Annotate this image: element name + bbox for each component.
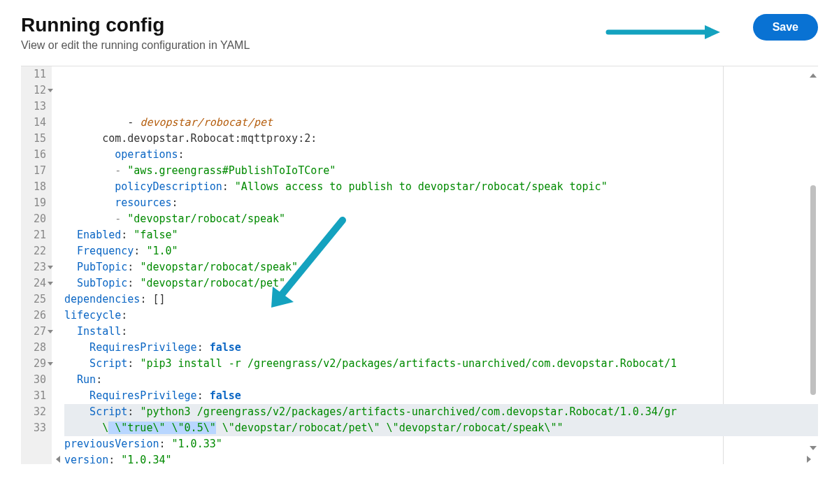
scroll-thumb-vertical[interactable]: [810, 185, 816, 395]
line-number[interactable]: 13: [28, 99, 46, 115]
code-line[interactable]: dependencies: []: [64, 291, 818, 308]
line-number[interactable]: 24: [28, 275, 46, 291]
line-number[interactable]: 21: [28, 227, 46, 243]
code-line[interactable]: operations:: [64, 147, 818, 163]
horizontal-scrollbar[interactable]: [63, 456, 804, 463]
line-number[interactable]: 30: [28, 372, 46, 388]
code-line[interactable]: lifecycle:: [64, 308, 818, 324]
code-line[interactable]: - devopstar/robocat/pet: [64, 115, 818, 131]
line-number[interactable]: 33: [28, 420, 46, 436]
vertical-scrollbar[interactable]: [810, 80, 817, 443]
line-number[interactable]: 29: [28, 356, 46, 372]
code-line[interactable]: policyDescription: "Allows access to pub…: [64, 179, 818, 195]
line-number[interactable]: 31: [28, 388, 46, 404]
code-line[interactable]: PubTopic: "devopstar/robocat/speak": [64, 259, 818, 275]
code-line[interactable]: RequiresPrivilege: false: [64, 340, 818, 356]
code-line[interactable]: \ \"true\" \"0.5\" \"devopstar/robocat/p…: [64, 420, 818, 436]
code-line[interactable]: Install:: [64, 324, 818, 340]
line-number[interactable]: 23: [28, 259, 46, 275]
code-line[interactable]: previousVersion: "1.0.33": [64, 436, 818, 452]
line-number[interactable]: 32: [28, 404, 46, 420]
line-number[interactable]: 15: [28, 131, 46, 147]
yaml-editor[interactable]: 1112131415161718192021222324252627282930…: [21, 66, 818, 464]
line-number[interactable]: 14: [28, 115, 46, 131]
line-number[interactable]: 28: [28, 340, 46, 356]
save-button[interactable]: Save: [753, 14, 818, 41]
scroll-left-icon[interactable]: [56, 456, 60, 463]
code-line[interactable]: com.devopstar.Robocat:mqttproxy:2:: [64, 131, 818, 147]
code-content[interactable]: - devopstar/robocat/pet com.devopstar.Ro…: [52, 66, 818, 464]
code-line[interactable]: Enabled: "false": [64, 227, 818, 243]
line-number-gutter[interactable]: 1112131415161718192021222324252627282930…: [21, 66, 52, 464]
title-block: Running config View or edit the running …: [21, 14, 250, 52]
code-line[interactable]: resources:: [64, 195, 818, 211]
code-line[interactable]: Run:: [64, 372, 818, 388]
line-number[interactable]: 17: [28, 163, 46, 179]
scroll-right-icon[interactable]: [807, 456, 811, 463]
line-number[interactable]: 18: [28, 179, 46, 195]
header: Running config View or edit the running …: [21, 14, 818, 52]
scroll-down-icon[interactable]: [810, 446, 817, 450]
line-number[interactable]: 26: [28, 308, 46, 324]
line-number[interactable]: 27: [28, 324, 46, 340]
line-number[interactable]: 12: [28, 82, 46, 99]
code-line[interactable]: - "devopstar/robocat/speak": [64, 211, 818, 227]
line-number[interactable]: 20: [28, 211, 46, 227]
page-subtitle: View or edit the running configuration i…: [21, 39, 250, 52]
line-number[interactable]: 25: [28, 291, 46, 308]
code-line[interactable]: RequiresPrivilege: false: [64, 388, 818, 404]
page-title: Running config: [21, 14, 250, 36]
code-line[interactable]: SubTopic: "devopstar/robocat/pet": [64, 275, 818, 291]
line-number[interactable]: 11: [28, 66, 46, 82]
scroll-up-icon[interactable]: [810, 73, 817, 78]
code-line[interactable]: Script: "python3 /greengrass/v2/packages…: [64, 404, 818, 420]
code-line[interactable]: - "aws.greengrass#PublishToIoTCore": [64, 163, 818, 179]
line-number[interactable]: 19: [28, 195, 46, 211]
line-number[interactable]: 16: [28, 147, 46, 163]
line-number[interactable]: 22: [28, 243, 46, 259]
code-line[interactable]: Frequency: "1.0": [64, 243, 818, 259]
code-line[interactable]: Script: "pip3 install -r /greengrass/v2/…: [64, 356, 818, 372]
